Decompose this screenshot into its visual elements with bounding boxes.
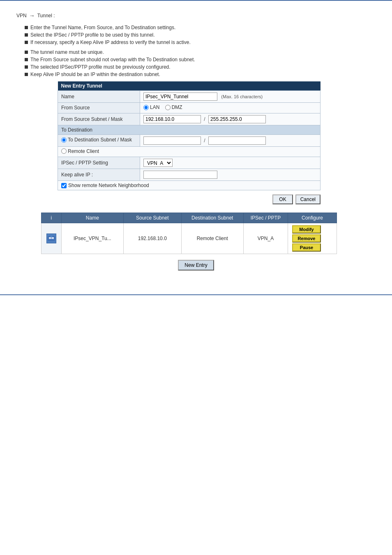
bullet-icon-3 bbox=[25, 41, 28, 44]
svg-rect-1 bbox=[49, 237, 51, 239]
show-network-cell: Show remote Network Neighborhood bbox=[58, 181, 321, 190]
col-header-dest: Destination Subnet bbox=[181, 213, 243, 223]
table-row: IPsec_VPN_Tu... 192.168.10.0 Remote Clie… bbox=[42, 223, 337, 254]
ipsec-label: IPSec / PPTP Setting bbox=[58, 157, 140, 169]
bullet-list-group2: The tunnel name must be unique. The From… bbox=[16, 49, 376, 77]
show-network-label: Show remote Network Neighborhood bbox=[68, 183, 149, 188]
bullet-icon-4 bbox=[25, 51, 28, 54]
bullet-item-1: Enter the Tunnel Name, From Source, and … bbox=[25, 25, 376, 30]
ipsec-cell: VPN_A VPN_B VPN_C bbox=[140, 157, 321, 169]
from-mask-input[interactable] bbox=[208, 115, 266, 123]
name-hint: (Max. 16 characters) bbox=[221, 94, 263, 99]
from-subnet-input[interactable] bbox=[143, 115, 201, 123]
bullet-icon-7 bbox=[25, 73, 28, 76]
ipsec-select[interactable]: VPN_A VPN_B VPN_C bbox=[143, 159, 173, 167]
bullet-item-3: If necessary, specify a Keep Alive IP ad… bbox=[25, 39, 376, 45]
bullet-icon-5 bbox=[25, 58, 28, 61]
col-header-name: Name bbox=[61, 213, 123, 223]
cancel-button[interactable]: Cancel bbox=[295, 194, 321, 204]
nav-vpn: VPN bbox=[16, 13, 27, 18]
nav-path: VPN → Tunnel : bbox=[16, 12, 376, 19]
keep-alive-label: Keep alive IP : bbox=[58, 169, 140, 181]
row-dest: Remote Client bbox=[181, 223, 243, 254]
name-input[interactable] bbox=[143, 92, 217, 101]
col-header-source: Source Subnet bbox=[124, 213, 182, 223]
col-header-i: i bbox=[42, 213, 62, 223]
radio-dmz[interactable] bbox=[165, 105, 171, 110]
to-dest-subnet-input[interactable] bbox=[143, 136, 201, 145]
pause-button[interactable]: Pause bbox=[292, 243, 321, 252]
bullet-list-group1: Enter the Tunnel Name, From Source, and … bbox=[16, 25, 376, 45]
new-entry-row: New Entry bbox=[16, 260, 376, 271]
ok-cancel-row: OK Cancel bbox=[58, 194, 321, 204]
to-dest-subnet-label: To Destination Subnet / Mask bbox=[58, 134, 140, 146]
bullet-icon-2 bbox=[25, 33, 28, 37]
radio-remote-client-label[interactable]: Remote Client bbox=[61, 148, 99, 154]
row-source: 192.168.10.0 bbox=[124, 223, 182, 254]
keep-alive-cell bbox=[140, 169, 321, 181]
to-dest-header: To Destination bbox=[58, 125, 321, 134]
to-dest-slash: / bbox=[204, 138, 205, 143]
ok-button[interactable]: OK bbox=[272, 194, 293, 204]
bullet-item-2: Select the IPSec / PPTP profile to be us… bbox=[25, 32, 376, 38]
svg-rect-2 bbox=[52, 237, 54, 239]
from-source-cell: LAN DMZ bbox=[140, 103, 321, 113]
show-network-checkbox[interactable] bbox=[61, 183, 67, 188]
nav-arrow: → bbox=[29, 12, 35, 19]
remove-button[interactable]: Remove bbox=[292, 234, 321, 243]
remote-client-cell: Remote Client bbox=[58, 146, 321, 157]
radio-remote-client[interactable] bbox=[61, 148, 67, 154]
to-dest-mask-input[interactable] bbox=[208, 136, 266, 145]
nav-tunnel: Tunnel : bbox=[37, 13, 55, 18]
bullet-item-5: The From Source subnet should not overla… bbox=[25, 57, 376, 62]
col-header-configure: Configure bbox=[288, 213, 337, 223]
col-header-ipsec: IPSec / PPTP bbox=[243, 213, 288, 223]
row-icon-cell bbox=[42, 223, 62, 254]
radio-lan-text: LAN bbox=[150, 104, 159, 110]
radio-lan[interactable] bbox=[143, 105, 149, 110]
bullet-item-7: Keep Alive IP should be an IP within the… bbox=[25, 72, 376, 77]
new-entry-form: New Entry Tunnel Name (Max. 16 character… bbox=[58, 81, 321, 190]
remote-client-text: Remote Client bbox=[68, 148, 99, 154]
radio-lan-label[interactable]: LAN bbox=[143, 104, 159, 110]
radio-dmz-label[interactable]: DMZ bbox=[165, 104, 182, 110]
modify-button[interactable]: Modify bbox=[292, 225, 321, 234]
bullet-item-4: The tunnel name must be unique. bbox=[25, 49, 376, 55]
row-configure: Modify Remove Pause bbox=[288, 223, 337, 254]
svg-rect-4 bbox=[50, 236, 53, 237]
bullet-icon-1 bbox=[25, 26, 28, 29]
vpn-icon bbox=[46, 234, 56, 243]
bullet-item-6: The selected IPSec/PPTP profile must be … bbox=[25, 64, 376, 70]
from-subnet-label: From Source Subnet / Mask bbox=[58, 113, 140, 125]
from-source-label: From Source bbox=[58, 103, 140, 113]
new-entry-button[interactable]: New Entry bbox=[178, 260, 214, 271]
name-label: Name bbox=[58, 91, 140, 103]
radio-dest-subnet-label[interactable]: To Destination Subnet / Mask bbox=[61, 137, 132, 143]
result-table: i Name Source Subnet Destination Subnet … bbox=[41, 213, 337, 254]
radio-dest-subnet[interactable] bbox=[61, 137, 67, 143]
name-cell: (Max. 16 characters) bbox=[140, 91, 321, 103]
bullet-icon-6 bbox=[25, 65, 28, 69]
keep-alive-input[interactable] bbox=[143, 171, 217, 179]
to-dest-subnet-cell: / bbox=[140, 134, 321, 146]
radio-dmz-text: DMZ bbox=[172, 104, 182, 110]
from-subnet-cell: / bbox=[140, 113, 321, 125]
row-name: IPsec_VPN_Tu... bbox=[61, 223, 123, 254]
to-dest-subnet-text: To Destination Subnet / Mask bbox=[68, 137, 132, 143]
form-title: New Entry Tunnel bbox=[58, 81, 321, 91]
row-ipsec: VPN_A bbox=[243, 223, 288, 254]
subnet-slash: / bbox=[204, 116, 205, 122]
